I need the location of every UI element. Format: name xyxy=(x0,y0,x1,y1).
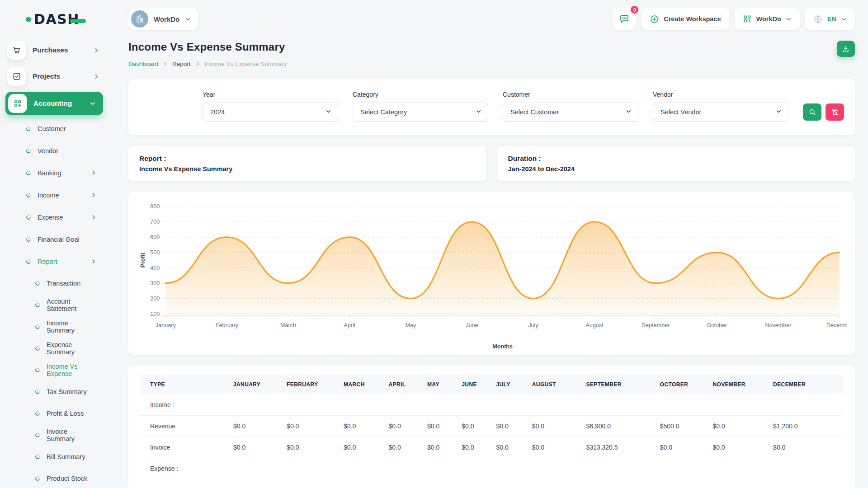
bullet-icon xyxy=(35,476,41,482)
globe-icon xyxy=(813,14,823,24)
sidebar-item-expense-summary[interactable]: Expense Summary xyxy=(0,338,108,359)
bullet-icon xyxy=(35,367,41,373)
chevron-down-icon xyxy=(90,100,96,107)
sidebar-item-invoice-summary[interactable]: Invoice Summary xyxy=(0,424,108,446)
duration-card-title: Duration : xyxy=(508,155,844,163)
category-field: Category Select Category xyxy=(353,91,488,122)
checkbox-icon xyxy=(7,67,26,86)
svg-text:800: 800 xyxy=(150,203,160,210)
category-label: Category xyxy=(353,91,488,98)
bullet-icon xyxy=(26,258,32,264)
workspace-menu-button[interactable]: WorkDo xyxy=(735,8,800,30)
download-button[interactable] xyxy=(837,41,855,57)
sidebar-item-expense[interactable]: Expense xyxy=(0,206,108,228)
sidebar-item-report[interactable]: Report xyxy=(0,250,108,272)
page-header: Income Vs Expense Summary xyxy=(128,41,855,57)
sidebar-item-product-stock[interactable]: Product Stock xyxy=(0,468,108,488)
duration-card: Duration : Jan-2024 to Dec-2024 xyxy=(497,146,855,181)
svg-text:August: August xyxy=(585,322,604,328)
svg-text:October: October xyxy=(707,322,727,328)
workspace-switcher[interactable]: WorkDo xyxy=(128,8,198,30)
cell-value: $313,320.5 xyxy=(581,437,655,458)
sidebar-item-transaction[interactable]: Transaction xyxy=(0,272,108,294)
apply-filter-button[interactable] xyxy=(803,103,821,121)
vendor-select[interactable]: Select Vendor xyxy=(653,103,788,122)
messages-button[interactable]: 0 xyxy=(613,8,636,30)
chevron-down-icon xyxy=(786,16,792,22)
sidebar-item-tax-summary[interactable]: Tax Summary xyxy=(0,381,108,403)
cell-value: $0.0 xyxy=(339,416,384,437)
sidebar-item-income-summary[interactable]: Income Summary xyxy=(0,316,108,338)
column-header-may: MAY xyxy=(423,375,457,394)
sidebar-item-bill-summary[interactable]: Bill Summary xyxy=(0,446,108,468)
svg-text:500: 500 xyxy=(150,249,160,256)
customer-select[interactable]: Select Customer xyxy=(503,103,638,122)
bullet-icon xyxy=(26,148,32,154)
category-select[interactable]: Select Category xyxy=(353,103,488,122)
sidebar-nav: PurchasesProjectsAccountingCustomerVendo… xyxy=(0,37,108,488)
column-header-december: DECEMBER xyxy=(769,375,843,394)
sidebar-item-financial-goal[interactable]: Financial Goal xyxy=(0,228,108,250)
brand-logo[interactable]: DASH xyxy=(0,6,108,33)
customer-field: Customer Select Customer xyxy=(503,91,638,122)
table-row-invoice: Invoice$0.0$0.0$0.0$0.0$0.0$0.0$0.0$0.0$… xyxy=(140,437,843,458)
table-group-row-expense: Expense : xyxy=(140,458,843,479)
sidebar-item-label: Account Statement xyxy=(47,298,97,312)
profit-area-chart[interactable]: 100200300400500600700800JanuaryFebruaryM… xyxy=(137,199,847,352)
chevron-right-icon xyxy=(91,170,97,176)
sidebar-item-banking[interactable]: Banking xyxy=(0,162,108,184)
sidebar-item-income-vs-expense[interactable]: Income Vs Expense xyxy=(0,359,108,381)
chevron-right-icon xyxy=(91,192,97,198)
column-header-october: OCTOBER xyxy=(656,375,708,394)
column-header-february: FEBRUARY xyxy=(282,375,339,394)
column-header-january: JANUARY xyxy=(229,375,282,394)
sidebar-item-label: Projects xyxy=(33,72,60,80)
sidebar-item-income[interactable]: Income xyxy=(0,184,108,206)
cell-value: $0.0 xyxy=(708,437,769,458)
row-label: Invoice xyxy=(140,437,229,458)
bullet-icon xyxy=(35,281,41,286)
sidebar-item-vendor[interactable]: Vendor xyxy=(0,140,108,162)
create-workspace-button[interactable]: Create Workspace xyxy=(642,8,729,30)
sidebar-item-account-statement[interactable]: Account Statement xyxy=(0,294,108,316)
svg-text:July: July xyxy=(528,322,538,328)
cell-value: $0.0 xyxy=(528,437,582,458)
year-select[interactable]: 2024 xyxy=(203,103,338,122)
bullet-icon xyxy=(26,126,32,131)
language-selector[interactable]: EN xyxy=(805,8,855,30)
sidebar-item-label: Profit & Loss xyxy=(47,410,84,417)
column-header-march: MARCH xyxy=(339,375,384,394)
report-card: Report : Income Vs Expense Summary xyxy=(128,146,486,181)
income-expense-table: TYPEJANUARYFEBRUARYMARCHAPRILMAYJUNEJULY… xyxy=(140,375,843,479)
cell-value: $0.0 xyxy=(229,416,282,437)
cell-value: $0.0 xyxy=(457,416,491,437)
breadcrumb-dashboard[interactable]: Dashboard xyxy=(128,61,158,67)
trash-off-icon xyxy=(831,108,839,116)
cell-value: $1,200.0 xyxy=(769,416,843,437)
sidebar-item-purchases[interactable]: Purchases xyxy=(0,37,108,63)
sidebar-item-projects[interactable]: Projects xyxy=(0,63,108,89)
svg-text:Profit: Profit xyxy=(140,253,146,268)
chevron-down-icon xyxy=(841,16,847,22)
topbar-actions: 0 Create Workspace WorkDo xyxy=(613,8,855,30)
svg-text:400: 400 xyxy=(150,265,160,271)
chevron-down-icon xyxy=(185,16,191,22)
reset-filter-button[interactable] xyxy=(826,103,844,121)
cell-value: $0.0 xyxy=(769,437,843,458)
table-row-revenue: Revenue$0.0$0.0$0.0$0.0$0.0$0.0$0.0$0.0$… xyxy=(140,416,843,437)
bullet-icon xyxy=(35,346,41,352)
category-select-value: Select Category xyxy=(360,108,407,116)
sidebar-item-customer[interactable]: Customer xyxy=(0,117,108,140)
cell-value: $0.0 xyxy=(491,437,527,458)
svg-text:September: September xyxy=(642,322,670,328)
workspace-name: WorkDo xyxy=(154,15,179,23)
breadcrumb-report[interactable]: Report xyxy=(172,61,191,67)
sidebar-item-accounting[interactable]: Accounting xyxy=(5,92,103,115)
sidebar-item-profit-loss[interactable]: Profit & Loss xyxy=(0,403,108,424)
cell-value: $0.0 xyxy=(229,437,282,458)
chevron-right-icon xyxy=(91,214,97,220)
grid-plus-icon xyxy=(8,94,27,113)
report-card-value: Income Vs Expense Summary xyxy=(139,165,476,173)
workspace-avatar xyxy=(131,10,148,28)
bullet-icon xyxy=(26,192,32,198)
